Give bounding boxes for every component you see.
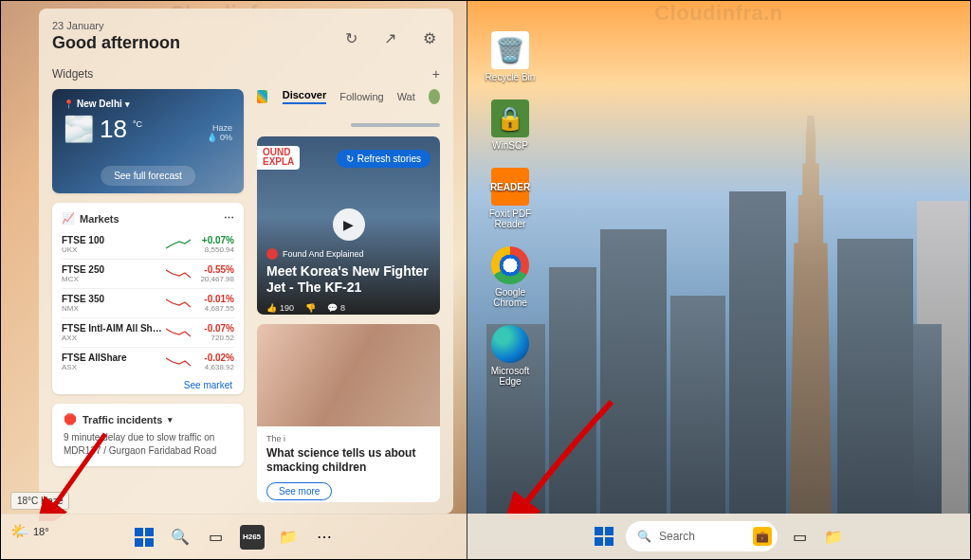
desktop-icon-foxit[interactable]: READERFoxit PDF Reader bbox=[481, 168, 540, 229]
market-exchange: ASX bbox=[62, 363, 166, 371]
market-change: -0.07% bbox=[191, 323, 234, 334]
taskbar-app-explorer[interactable]: 📁 bbox=[821, 524, 846, 549]
market-symbol: FTSE 250 bbox=[62, 264, 166, 275]
story-comments: 8 bbox=[340, 303, 345, 313]
chrome-icon bbox=[491, 246, 529, 284]
droplet-icon: 💧 bbox=[207, 133, 217, 142]
bin-icon: 🗑️ bbox=[491, 31, 529, 69]
tab-discover[interactable]: Discover bbox=[283, 89, 326, 104]
market-row[interactable]: FTSE AllShareASX -0.02%4,638.92 bbox=[62, 347, 234, 376]
more-icon[interactable]: ⋯ bbox=[224, 212, 234, 225]
settings-icon[interactable]: ⚙ bbox=[423, 29, 436, 47]
article-source: The i bbox=[266, 434, 431, 443]
taskbar-right: 🔍 Search 💼 ▭ 📁 bbox=[467, 514, 970, 559]
taskbar-left: 🌤️18° 🔍 ▭ H265 📁 ⋯ bbox=[1, 514, 467, 559]
task-view-button[interactable]: ▭ bbox=[204, 525, 229, 550]
market-symbol: FTSE Intl-AIM All Share In… bbox=[62, 323, 166, 334]
comment-icon[interactable]: 💬 bbox=[327, 303, 338, 313]
weather-condition: Haze bbox=[207, 123, 232, 133]
desktop-icon-winscp[interactable]: 🔒WinSCP bbox=[481, 99, 540, 151]
story-brand-icon: OUND EXPLA bbox=[257, 146, 300, 170]
task-view-button[interactable]: ▭ bbox=[787, 524, 812, 549]
weather-city: New Delhi bbox=[77, 99, 122, 109]
avatar[interactable] bbox=[429, 89, 440, 104]
weather-card[interactable]: New Delhi▾ 🌫️ 18 °C Haze 💧 0% See full f… bbox=[52, 89, 244, 193]
sparkline-icon bbox=[166, 354, 191, 370]
market-row[interactable]: FTSE 100UKX +0.07%8,550.94 bbox=[62, 230, 234, 259]
widgets-panel: 23 January Good afternoon ↻ ↗ ⚙ Widgets … bbox=[39, 9, 453, 514]
weather-tooltip: 18°C Haze bbox=[10, 492, 69, 510]
briefcase-icon[interactable]: 💼 bbox=[753, 527, 772, 546]
market-exchange: UKX bbox=[62, 245, 166, 254]
fog-icon: 🌫️ bbox=[64, 115, 94, 144]
desktop-icon-edge[interactable]: Microsoft Edge bbox=[481, 325, 540, 387]
foxit-icon: READER bbox=[491, 168, 529, 206]
traffic-body: 9 minute delay due to slow traffic on MD… bbox=[64, 431, 232, 457]
add-widget-button[interactable]: + bbox=[432, 66, 440, 81]
sparkline-icon bbox=[166, 296, 191, 311]
desktop-icon-label: Google Chrome bbox=[481, 287, 540, 308]
taskbar-overflow[interactable]: ⋯ bbox=[312, 525, 337, 550]
feed-tabs: Discover Following Wat bbox=[257, 89, 440, 104]
taskbar-weather-widget[interactable]: 🌤️18° bbox=[10, 522, 49, 540]
winscp-icon: 🔒 bbox=[491, 99, 529, 137]
traffic-card[interactable]: 🛑Traffic incidents▾ 9 minute delay due t… bbox=[52, 404, 244, 466]
expand-icon[interactable]: ↗ bbox=[384, 29, 396, 47]
story-likes: 190 bbox=[280, 303, 294, 313]
edge-icon bbox=[491, 325, 529, 363]
taskbar-temp: 18° bbox=[33, 526, 49, 537]
see-more-button[interactable]: See more bbox=[266, 482, 332, 500]
thumbs-down-icon[interactable]: 👎 bbox=[305, 303, 316, 313]
feed-article[interactable]: The i What science tells us about smacki… bbox=[257, 324, 440, 502]
traffic-title: Traffic incidents bbox=[82, 414, 162, 425]
weather-precip: 0% bbox=[220, 133, 232, 142]
market-exchange: MCX bbox=[62, 275, 166, 283]
start-button[interactable] bbox=[132, 525, 156, 550]
taskbar-app-explorer[interactable]: 📁 bbox=[276, 525, 301, 550]
refresh-icon[interactable]: ↻ bbox=[345, 29, 357, 47]
play-button[interactable]: ▶ bbox=[333, 208, 365, 241]
thumbs-up-icon[interactable]: 👍 bbox=[266, 303, 277, 313]
refresh-stories-button[interactable]: Refresh stories bbox=[337, 150, 431, 168]
story-card[interactable]: OUND EXPLA Refresh stories ▶ Found And E… bbox=[257, 136, 440, 315]
desktop-icon-label: Recycle Bin bbox=[481, 72, 540, 82]
market-value: 20,467.98 bbox=[191, 275, 234, 283]
market-change: -0.01% bbox=[191, 294, 234, 304]
tab-following[interactable]: Following bbox=[339, 91, 383, 102]
market-value: 4,687.55 bbox=[191, 304, 234, 313]
market-exchange: NMX bbox=[62, 304, 166, 313]
markets-icon: 📈 bbox=[62, 212, 75, 225]
story-source: Found And Explained bbox=[266, 248, 431, 260]
taskbar-app-hevc[interactable]: H265 bbox=[240, 525, 265, 550]
market-change: -0.02% bbox=[191, 352, 234, 363]
see-full-forecast-button[interactable]: See full forecast bbox=[101, 166, 195, 186]
sparkline-icon bbox=[166, 325, 191, 340]
market-row[interactable]: FTSE 350NMX -0.01%4,687.55 bbox=[62, 288, 234, 317]
markets-title: Markets bbox=[80, 213, 119, 225]
market-value: 720.52 bbox=[191, 334, 234, 342]
search-button[interactable]: 🔍 bbox=[168, 525, 192, 550]
market-symbol: FTSE 350 bbox=[62, 294, 166, 304]
chevron-down-icon: ▾ bbox=[125, 99, 130, 109]
market-symbol: FTSE 100 bbox=[62, 235, 166, 245]
widgets-section-label: Widgets bbox=[52, 67, 93, 81]
market-value: 8,550.94 bbox=[191, 245, 234, 254]
start-button[interactable] bbox=[592, 524, 616, 549]
tab-watch[interactable]: Wat bbox=[397, 91, 415, 102]
arrow-icon bbox=[507, 396, 621, 519]
see-market-link[interactable]: See market bbox=[62, 376, 234, 392]
market-row[interactable]: FTSE Intl-AIM All Share In…AXX -0.07%720… bbox=[62, 317, 234, 347]
story-title: Meet Korea's New Fighter Jet - The KF-21 bbox=[266, 263, 431, 296]
feed-scrollbar[interactable] bbox=[351, 123, 440, 127]
market-change: +0.07% bbox=[191, 235, 234, 245]
desktop-icon-chrome[interactable]: Google Chrome bbox=[481, 246, 540, 308]
right-screenshot: Cloudinfra.n 🗑️Recycle Bin🔒WinSCPREADERF… bbox=[467, 1, 970, 559]
article-title: What science tells us about smacking chi… bbox=[266, 446, 431, 475]
search-input[interactable]: 🔍 Search 💼 bbox=[626, 521, 778, 551]
weather-unit: °C bbox=[133, 119, 142, 129]
weather-temp: 18 bbox=[100, 115, 127, 144]
market-row[interactable]: FTSE 250MCX -0.55%20,467.98 bbox=[62, 259, 234, 288]
desktop-icon-bin[interactable]: 🗑️Recycle Bin bbox=[481, 31, 540, 82]
market-symbol: FTSE AllShare bbox=[62, 352, 166, 363]
sparkline-icon bbox=[166, 266, 191, 281]
